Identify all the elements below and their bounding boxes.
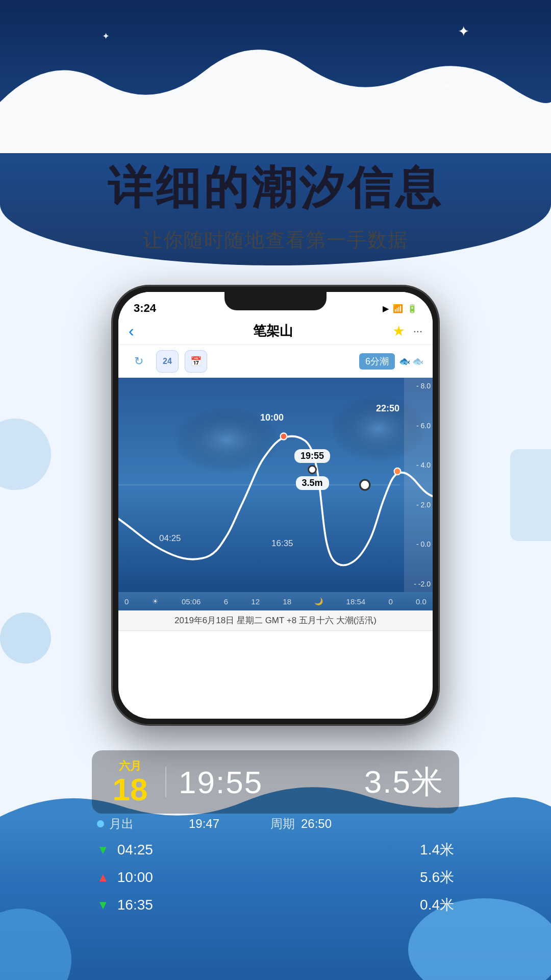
location-title: 笔架山 bbox=[253, 322, 293, 340]
tide-height-1: 1.4米 bbox=[420, 840, 454, 860]
favorite-star-icon[interactable]: ★ bbox=[392, 323, 405, 339]
x-label-12: 12 bbox=[251, 597, 260, 606]
header-right-actions: ★ ··· bbox=[392, 323, 422, 339]
y-axis: - 8.0 - 6.0 - 4.0 - 2.0 - 0.0 - -2.0 bbox=[404, 378, 433, 592]
battery-icon: 🔋 bbox=[407, 304, 417, 313]
tide-arrow-up-2: ▲ bbox=[97, 870, 109, 885]
x-axis: 0 ☀ 05:06 6 12 18 🌙 18:54 0 0.0 bbox=[118, 592, 433, 610]
y-label-2: - 2.0 bbox=[406, 501, 431, 509]
period-value: 26:50 bbox=[301, 817, 332, 831]
deco-wave-left bbox=[0, 909, 71, 980]
y-label-4: - 4.0 bbox=[406, 461, 431, 469]
tide-event-2: ▲ 10:00 5.6米 bbox=[97, 864, 454, 891]
clock24-button[interactable]: 24 bbox=[156, 350, 179, 373]
status-time: 3:24 bbox=[134, 302, 156, 315]
low-time-0425: 04:25 bbox=[159, 533, 181, 544]
big-divider bbox=[165, 767, 166, 797]
location-icon: ▶ bbox=[383, 304, 389, 313]
refresh-button[interactable]: ↻ bbox=[128, 350, 150, 373]
fish-icon-1: 🐟 bbox=[399, 356, 410, 367]
calendar-icon: 📅 bbox=[190, 356, 202, 367]
x-label-6: 6 bbox=[224, 597, 228, 606]
tide-height-3: 0.4米 bbox=[420, 895, 454, 915]
status-icons: ▶ 📶 🔋 bbox=[383, 304, 417, 313]
tide-events-list: 月出 19:47 周期 26:50 ▼ 04:25 1.4米 ▲ 10:00 5… bbox=[97, 812, 454, 919]
date-info-text: 2019年6月18日 星期二 GMT +8 五月十六 大潮(活汛) bbox=[174, 616, 377, 625]
current-time-badge: 19:55 bbox=[294, 449, 330, 463]
x-label-0b: 0 bbox=[388, 597, 392, 606]
tide-badge-text: 6分潮 bbox=[365, 356, 389, 366]
cloud-top-svg bbox=[0, 0, 551, 153]
deco-circle-left bbox=[0, 419, 51, 490]
fish-condition-icons: 🐟 🐟 bbox=[399, 356, 423, 367]
app-header: ‹ 笔架山 ★ ··· bbox=[118, 317, 433, 345]
tide-level-badge: 6分潮 bbox=[359, 353, 395, 370]
moon-dot-icon bbox=[97, 820, 104, 827]
svg-point-4 bbox=[281, 433, 287, 439]
tide-event-1: ▼ 04:25 1.4米 bbox=[97, 836, 454, 864]
toolbar: ↻ 24 📅 6分潮 🐟 🐟 bbox=[118, 345, 433, 378]
deco-rect-right bbox=[510, 449, 551, 541]
x-label-0a: 0 bbox=[124, 597, 129, 606]
headline-section: 详细的潮汐信息 让你随时随地查看第一手数据 bbox=[0, 163, 551, 253]
x-label-18: 18 bbox=[283, 597, 291, 606]
y-label-6: - 6.0 bbox=[406, 422, 431, 430]
big-display-bar: 六月 18 19:55 3.5米 bbox=[92, 750, 459, 814]
peak-time-1000: 10:00 bbox=[260, 412, 284, 423]
headline-sub: 让你随时随地查看第一手数据 bbox=[0, 227, 551, 253]
clock24-label: 24 bbox=[163, 357, 172, 366]
fish-icon-2: 🐟 bbox=[412, 356, 423, 367]
svg-point-6 bbox=[360, 480, 370, 490]
tide-arrow-down-3: ▼ bbox=[97, 898, 109, 912]
moon-rise-row: 月出 19:47 周期 26:50 bbox=[97, 812, 454, 836]
big-date-box: 六月 18 bbox=[107, 758, 153, 805]
phone-screen: 3:24 ▶ 📶 🔋 ‹ 笔架山 ★ ··· ↻ bbox=[118, 292, 433, 719]
low-time-1635: 16:35 bbox=[271, 538, 293, 549]
period-label: 周期 bbox=[270, 816, 295, 832]
tide-time-1: 04:25 bbox=[117, 842, 179, 858]
moon-rise-time: 19:47 bbox=[189, 817, 250, 831]
current-height-badge: 3.5m bbox=[296, 476, 329, 490]
big-time: 19:55 bbox=[179, 764, 263, 800]
more-options-icon[interactable]: ··· bbox=[413, 325, 422, 338]
moon-rise-label: 月出 bbox=[109, 816, 181, 832]
calendar-button[interactable]: 📅 bbox=[185, 350, 207, 373]
sunset-icon: 🌙 bbox=[314, 597, 323, 605]
sunset-time: 18:54 bbox=[346, 597, 366, 606]
phone-notch bbox=[224, 292, 327, 310]
current-indicator: 19:55 3.5m bbox=[294, 449, 330, 490]
y-label-neg2: - -2.0 bbox=[406, 580, 431, 588]
big-height: 3.5米 bbox=[364, 761, 444, 803]
peak-time-2250: 22:50 bbox=[376, 403, 399, 414]
tide-time-3: 16:35 bbox=[117, 897, 179, 913]
back-button[interactable]: ‹ bbox=[129, 322, 154, 340]
tide-arrow-down-1: ▼ bbox=[97, 843, 109, 857]
phone-outer-shell: 3:24 ▶ 📶 🔋 ‹ 笔架山 ★ ··· ↻ bbox=[112, 286, 439, 725]
phone-mockup: 3:24 ▶ 📶 🔋 ‹ 笔架山 ★ ··· ↻ bbox=[112, 286, 439, 725]
date-info-bar: 2019年6月18日 星期二 GMT +8 五月十六 大潮(活汛) bbox=[118, 610, 433, 631]
refresh-icon: ↻ bbox=[134, 355, 143, 368]
headline-main: 详细的潮汐信息 bbox=[0, 163, 551, 213]
y-label-0: - 0.0 bbox=[406, 540, 431, 548]
deco-circle-left2 bbox=[0, 612, 51, 664]
sunrise-time: 05:06 bbox=[182, 597, 201, 606]
wifi-icon: 📶 bbox=[393, 304, 403, 313]
big-day: 18 bbox=[113, 774, 148, 805]
tide-chart: 10:00 22:50 04:25 16:35 19:55 3.5m - 8.0… bbox=[118, 378, 433, 592]
sunrise-icon: ☀ bbox=[152, 597, 159, 605]
svg-point-5 bbox=[394, 468, 401, 475]
x-axis-value: 0.0 bbox=[416, 597, 427, 606]
y-label-8: - 8.0 bbox=[406, 382, 431, 390]
tide-event-3: ▼ 16:35 0.4米 bbox=[97, 891, 454, 919]
tide-time-2: 10:00 bbox=[117, 869, 179, 886]
tide-height-2: 5.6米 bbox=[420, 868, 454, 887]
current-position-dot bbox=[308, 465, 317, 474]
